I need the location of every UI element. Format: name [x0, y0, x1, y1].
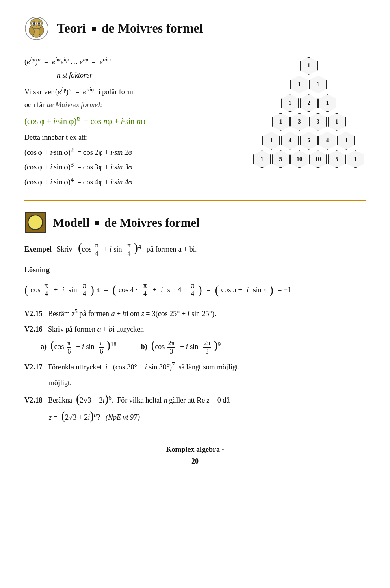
exercise-v216: V2.16 Skriv på formen a + bi uttrycken — [24, 323, 366, 335]
modell-separator — [95, 221, 99, 225]
svg-point-13 — [28, 215, 43, 230]
pascal-row-0: 1 — [300, 57, 318, 75]
owl-icon — [24, 16, 49, 41]
hex-3-2: 3 — [309, 113, 327, 131]
formula-line1: (eiφ)n = eiφeiφ … eiφ = eniφ — [24, 54, 240, 68]
v218-label: V2.18 — [24, 396, 43, 404]
modell-icon — [24, 211, 47, 234]
exemple-text: Skriv — [57, 245, 73, 253]
v217-label: V2.17 — [24, 363, 43, 371]
hex-2-1: 2 — [300, 94, 318, 112]
losning-equation: (cos π 4 + i sin π 4 )4 = (cos 4 · π 4 +… — [24, 282, 366, 298]
v218-text: Beräkna (2√3 + 2i)6. För vilka heltal n … — [48, 396, 230, 404]
page-footer: Komplex algebra - 20 — [24, 440, 366, 467]
exercise-v215: V2.15 Bestäm z5 på formen a + bi om z = … — [24, 306, 366, 320]
hex-5-2: 10 — [290, 150, 308, 168]
formula-cos4: (cos φ + i·sin φ)4 = cos 4φ + i·sin 4φ — [24, 175, 240, 188]
formula-faktorer: n st faktorer — [57, 69, 240, 81]
hex-0-0: 1 — [300, 57, 318, 75]
formula-och-far: och får de Moivres formel: — [24, 99, 240, 111]
v216-text: Skriv på formen a + bi uttrycken — [48, 325, 144, 333]
v215-text: Bestäm z5 på formen a + bi om z = 3(cos … — [48, 310, 216, 318]
hex-5-4: 5 — [328, 150, 346, 168]
hex-1-1: 1 — [309, 76, 327, 93]
svg-point-8 — [38, 22, 40, 25]
exemple-suffix: på formen a + bi. — [147, 245, 197, 253]
title-separator — [92, 27, 96, 31]
frac-2pi3: 2π 3 — [167, 339, 176, 356]
eq-right-paren3: ) — [269, 284, 273, 296]
formula-detta: Detta innebär t ex att: — [24, 132, 240, 143]
losning-label: Lösning — [24, 264, 366, 276]
formula-cos3: (cos φ + i·sin φ)3 = cos 3φ + i·sin 3φ — [24, 160, 240, 173]
hex-4-4: 1 — [337, 132, 355, 150]
hex-1-0: 1 — [290, 76, 308, 93]
hex-3-1: 3 — [290, 113, 308, 131]
v217-text: Förenkla uttrycket i · (cos 30° + i sin … — [48, 363, 240, 371]
modell-title: Modell de Moivres formel — [53, 213, 199, 232]
eq-frac2: π 4 — [82, 282, 87, 298]
left-paren: ( — [78, 241, 82, 254]
v215-label: V2.15 — [24, 310, 43, 318]
pascal-triangle: 1 1 1 1 2 1 1 3 3 1 1 4 — [252, 53, 366, 190]
eq-right-paren1: ) — [90, 284, 94, 296]
hex-3-0: 1 — [272, 113, 290, 131]
hex-4-2: 6 — [300, 132, 318, 150]
hex-2-2: 1 — [318, 94, 336, 112]
exercise-v217: V2.17 Förenkla uttrycket i · (cos 30° + … — [24, 360, 366, 373]
pascal-row-1: 1 1 — [290, 76, 327, 93]
v216b-label: b) (cos 2π 3 + i sin 2π 3 )9 — [141, 339, 221, 356]
hex-4-3: 4 — [318, 132, 336, 150]
eq-frac4: π 4 — [190, 282, 195, 298]
hex-3-3: 1 — [328, 113, 346, 131]
pascal-row-3: 1 3 3 1 — [272, 113, 346, 131]
eq-left-paren2: ( — [112, 284, 116, 296]
pascal-row-5: 1 5 10 10 5 1 — [253, 150, 364, 168]
section-divider — [24, 200, 366, 201]
formula-vi-skriver: Vi skriver (eiφ)n = eniφ i polär form — [24, 85, 240, 98]
formula-cos2: (cos φ + i·sin φ)2 = cos 2φ + i·sin 2φ — [24, 145, 240, 158]
frac-pi-4-den: π 4 — [126, 242, 131, 258]
formula-section: (eiφ)n = eiφeiφ … eiφ = eniφ n st faktor… — [24, 53, 240, 190]
eq-left-paren1: ( — [24, 284, 28, 296]
exercise-v216-parts: a) (cos π 6 + i sin π 6 )18 b) (cos 2π 3… — [41, 339, 366, 356]
page-header: Teori de Moivres formel — [24, 16, 366, 41]
frac-2pi3b: 2π 3 — [203, 339, 211, 356]
hex-2-0: 1 — [281, 94, 299, 112]
eq-frac1: π 4 — [44, 282, 49, 298]
hex-5-5: 1 — [347, 150, 364, 168]
v216-label: V2.16 — [24, 325, 43, 333]
v216a-label: a) (cos π 6 + i sin π 6 )18 — [41, 339, 117, 356]
modell-header: Modell de Moivres formel — [24, 211, 366, 234]
svg-point-7 — [33, 22, 35, 25]
hex-4-0: 1 — [262, 132, 280, 150]
v217-moligt: möjligt. — [49, 377, 366, 389]
exemple-label: Exempel — [24, 245, 52, 253]
exercise-v218: V2.18 Beräkna (2√3 + 2i)6. För vilka hel… — [24, 393, 366, 406]
eq-right-paren2: ) — [198, 284, 202, 296]
v218-line2: z = (2√3 + 2i)n? (NpE vt 97) — [49, 410, 366, 423]
footer-page: 20 — [24, 456, 366, 467]
exempel-block: Exempel Skriv (cos π 4 + i sin π 4 )4 på… — [24, 242, 366, 258]
hex-5-3: 10 — [309, 150, 327, 168]
pascal-row-4: 1 4 6 4 1 — [262, 132, 355, 150]
pascal-row-2: 1 2 1 — [281, 94, 336, 112]
hex-5-0: 1 — [253, 150, 271, 168]
page-title: Teori de Moivres formel — [57, 18, 203, 39]
frac-pi6: π 6 — [67, 339, 72, 356]
pascal-container: 1 1 1 1 2 1 1 3 3 1 1 4 — [253, 57, 364, 168]
eq-frac3: π 4 — [143, 282, 147, 298]
formula-main-green: (cos φ + i·sin φ)n = cos nφ + i·sin nφ — [24, 113, 240, 128]
eq-left-paren3: ( — [215, 284, 219, 296]
right-paren: ) — [134, 241, 138, 254]
main-content: (eiφ)n = eiφeiφ … eiφ = eniφ n st faktor… — [24, 53, 366, 190]
frac-pi-4-num: π 4 — [94, 242, 99, 258]
footer-text: Komplex algebra - — [24, 444, 366, 456]
frac-pi6b: π 6 — [99, 339, 104, 356]
hex-5-1: 5 — [272, 150, 290, 168]
hex-4-1: 4 — [281, 132, 299, 150]
